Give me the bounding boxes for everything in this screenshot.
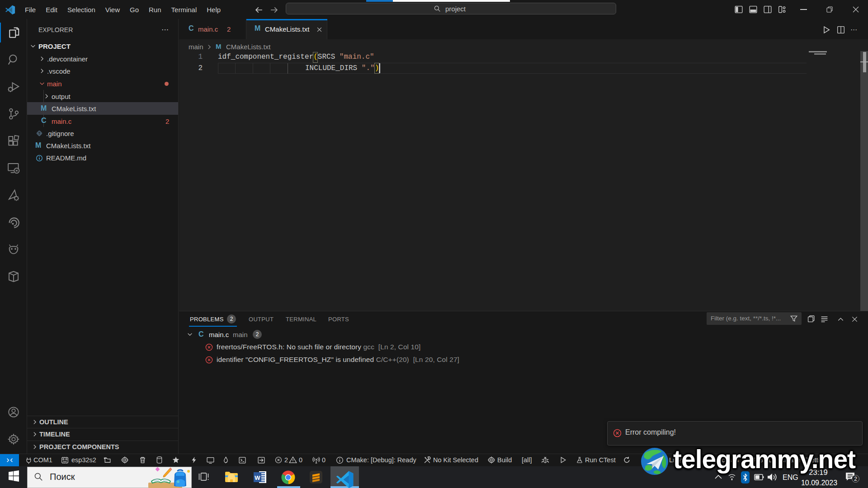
- svg-text:W: W: [255, 474, 260, 481]
